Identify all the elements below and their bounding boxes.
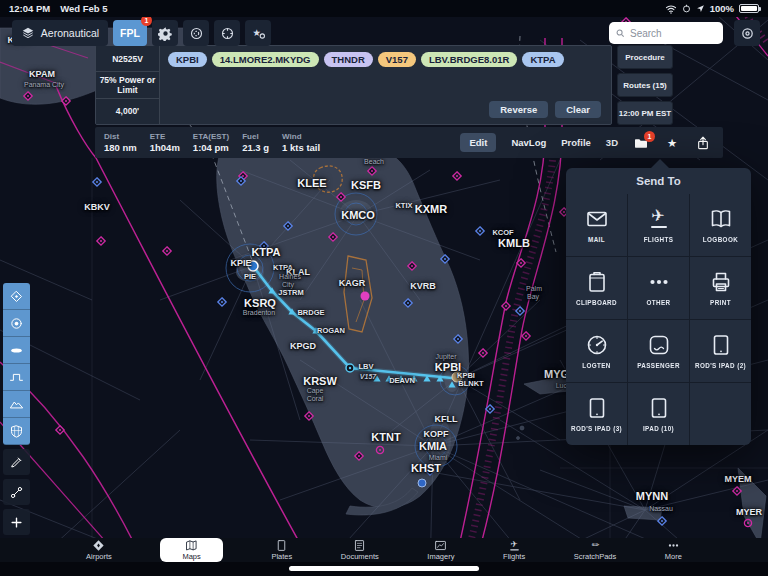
send-to-item-label: ROD'S IPAD (2) (693, 362, 748, 369)
altitude-cell[interactable]: 4,000' (96, 99, 159, 124)
map-marker-org[interactable] (248, 261, 258, 271)
tab-label: Documents (341, 552, 379, 561)
map-tool-profile-wave[interactable] (3, 364, 30, 391)
popover-caret (651, 159, 669, 168)
route-side-button[interactable]: Procedure (617, 45, 673, 69)
settings-gear-button[interactable] (152, 20, 178, 46)
tab-label: Maps (182, 552, 200, 561)
route-segment-pill[interactable]: 14.LMORE2.MKYDG (212, 52, 319, 67)
send-to-item[interactable]: LOGTEN (566, 320, 627, 382)
map-tool-plus[interactable] (3, 509, 30, 535)
pack-button[interactable]: 1 (633, 135, 649, 151)
send-to-title: Send To (566, 168, 751, 194)
tab-scratchpads[interactable]: ✏ScratchPads (574, 539, 617, 561)
send-to-item-label: OTHER (644, 299, 672, 306)
send-to-item[interactable]: PASSENGER (628, 320, 689, 382)
route-segment-pill[interactable]: KPBI (168, 52, 207, 67)
clear-route-button[interactable]: Clear (555, 101, 601, 118)
flight-plan-settings-column: N2525V 75% Power or Limit 4,000' (96, 46, 160, 124)
profile-view-button[interactable]: Profile (561, 137, 591, 148)
tab-label: Plates (271, 552, 292, 561)
aircraft-id-cell[interactable]: N2525V (96, 46, 159, 72)
route-side-button[interactable]: Routes (15) (617, 73, 673, 97)
tab-imagery[interactable]: Imagery (427, 539, 454, 561)
stats-group: Dist180 nmETE1h04mETA(EST)1:04 pmFuel21.… (95, 132, 320, 154)
favorite-route-button[interactable]: ★ (664, 135, 680, 151)
send-to-item[interactable]: LOGBOOK (690, 194, 751, 256)
imagery-icon (434, 539, 447, 552)
flight-stats-bar: Dist180 nmETE1h04mETA(EST)1:04 pmFuel21.… (95, 127, 723, 158)
map-style-label: Aeronautical (41, 27, 99, 39)
tab-flights[interactable]: ✈Flights (503, 539, 525, 561)
send-to-item-label: LOGBOOK (701, 236, 740, 243)
map-marker-lbv[interactable] (346, 364, 354, 372)
send-to-item[interactable]: PRINT (690, 257, 751, 319)
plates-icon (275, 539, 288, 552)
favorites-settings-button[interactable]: ★ (245, 20, 271, 46)
map-marker-mf[interactable] (361, 292, 370, 301)
map-tool-rings[interactable] (3, 310, 30, 337)
route-side-button[interactable]: 12:00 PM EST (617, 101, 673, 125)
print-icon (709, 270, 733, 294)
map-tool-terrain[interactable] (3, 391, 30, 418)
send-to-item-label: LOGTEN (580, 362, 613, 369)
star-gear-icon: ★ (250, 25, 266, 41)
power-setting-cell[interactable]: 75% Power or Limit (96, 72, 159, 98)
target-button[interactable] (214, 20, 240, 46)
map-layers-button[interactable]: Aeronautical (12, 20, 108, 46)
route-editor-area[interactable]: KPBI14.LMORE2.MKYDGTHNDRV157LBV.BRDGE8.0… (160, 46, 611, 124)
logten-icon (585, 333, 609, 357)
search-input[interactable]: Search (609, 22, 723, 44)
route-segment-pill[interactable]: THNDR (324, 52, 373, 67)
foreflight-app: KECPKPAMPanama CityBeachKLEEKSFBKMCOKTIX… (0, 0, 768, 576)
route-segment-pill[interactable]: KTPA (522, 52, 563, 67)
send-to-item[interactable]: IPAD (10) (628, 383, 689, 445)
reverse-route-button[interactable]: Reverse (489, 101, 548, 118)
target-icon (220, 26, 235, 41)
tablet-icon (585, 396, 609, 420)
map-tool-route-connect[interactable] (3, 479, 30, 505)
map-marker-dest[interactable] (452, 372, 462, 382)
map-tool-waypoint-diamond[interactable] (3, 283, 30, 310)
send-to-item-label: PASSENGER (635, 362, 682, 369)
stat-item: Wind1 kts tail (282, 132, 320, 154)
send-to-item[interactable]: ROD'S IPAD (3) (566, 383, 627, 445)
tab-plates[interactable]: Plates (271, 539, 292, 561)
profile-button[interactable] (734, 20, 760, 46)
flights-icon: ✈ (647, 207, 671, 231)
send-to-item[interactable]: OTHER (628, 257, 689, 319)
search-icon (615, 28, 626, 39)
edit-button[interactable]: Edit (460, 133, 496, 152)
send-to-item[interactable]: MAIL (566, 194, 627, 256)
tab-more[interactable]: More (665, 539, 682, 561)
map-marker-bc[interactable] (418, 479, 426, 487)
share-icon (695, 135, 711, 151)
actions-group: Edit NavLog Profile 3D 1 ★ (460, 133, 723, 152)
stat-item: Dist180 nm (104, 132, 137, 154)
ring-icon (740, 26, 755, 41)
send-to-item-label: ROD'S IPAD (3) (569, 425, 624, 432)
svg-text:✏: ✏ (591, 539, 599, 550)
tab-maps[interactable]: Maps (160, 538, 222, 562)
send-to-item[interactable]: CLIPBOARD (566, 257, 627, 319)
tablet-icon (647, 396, 671, 420)
tab-label: ScratchPads (574, 552, 617, 561)
battery-icon (739, 4, 759, 13)
send-to-item[interactable]: ✈FLIGHTS (628, 194, 689, 256)
tab-documents[interactable]: Documents (341, 539, 379, 561)
fpl-button[interactable]: FPL 1 (113, 20, 147, 46)
route-segment-pill[interactable]: LBV.BRDGE8.01R (421, 52, 517, 67)
map-tool-lens[interactable] (3, 337, 30, 364)
tab-airports[interactable]: Airports (86, 539, 112, 561)
home-indicator[interactable] (289, 566, 479, 571)
share-button[interactable] (695, 135, 711, 151)
3d-view-button[interactable]: 3D (606, 137, 618, 148)
route-segment-pill[interactable]: V157 (378, 52, 416, 67)
weather-dial-button[interactable] (183, 20, 209, 46)
navlog-button[interactable]: NavLog (511, 137, 546, 148)
date-text: Wed Feb 5 (60, 3, 107, 14)
tab-label: More (665, 552, 682, 561)
map-tool-shield-grid[interactable] (3, 418, 30, 445)
map-tool-annotate-pen[interactable] (3, 449, 30, 475)
send-to-item[interactable]: ROD'S IPAD (2) (690, 320, 751, 382)
